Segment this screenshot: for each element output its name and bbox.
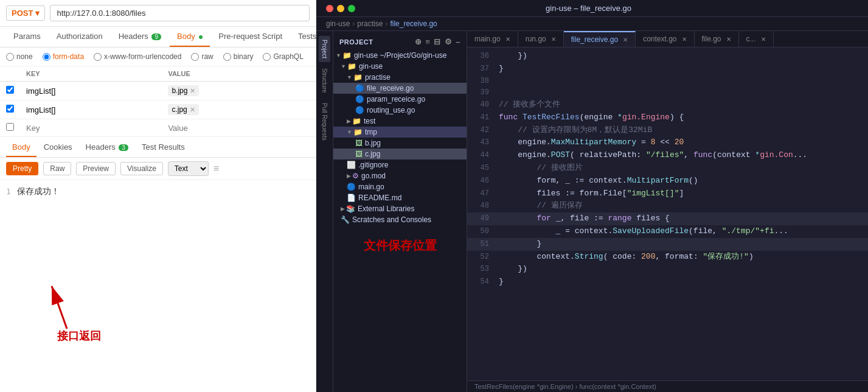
sidebar-tab-pullrequests[interactable]: Pull Requests — [319, 99, 330, 144]
tree-item-filereceive[interactable]: 🔵 file_receive.go — [333, 83, 467, 94]
radio-binary[interactable]: binary — [223, 52, 254, 61]
tab-headers[interactable]: Headers 9 — [111, 27, 168, 47]
tree-item-tmp[interactable]: ▼ 📁 tmp — [333, 127, 467, 138]
tree-item-test[interactable]: ▶ 📁 test — [333, 116, 467, 127]
tree-label-ginuse: gin-use — [359, 62, 383, 71]
ide-title: gin-use – file_receive.go — [546, 4, 631, 13]
radio-graphql[interactable]: GraphQL — [263, 52, 303, 61]
response-line-1: 保存成功！ — [17, 186, 60, 197]
code-line-41: 41 func TestRecFiles(engine *gin.Engine)… — [467, 111, 868, 124]
code-line-48: 48 // 遍历保存 — [467, 200, 868, 212]
close-rungo[interactable]: ✕ — [551, 36, 556, 43]
table-check-header — [0, 66, 20, 82]
row1-remove[interactable]: ✕ — [190, 87, 195, 95]
url-input[interactable] — [50, 5, 310, 21]
resp-btn-pretty[interactable]: Pretty — [6, 162, 38, 175]
breadcrumb-practise[interactable]: practise — [357, 19, 383, 28]
method-dropdown-icon: ▾ — [35, 9, 40, 18]
editor-tab-filego[interactable]: file.go ✕ — [695, 31, 739, 47]
tree-label-test: test — [364, 117, 375, 125]
annotation-left: 接口返回 — [49, 280, 109, 343]
tree-item-scratches[interactable]: 🔧 Scratches and Consoles — [333, 214, 467, 225]
tree-item-bjpg[interactable]: 🖼 b.jpg — [333, 138, 467, 149]
resp-tab-cookies[interactable]: Cookies — [38, 138, 78, 157]
tree-item-readme[interactable]: 📄 README.md — [333, 192, 467, 203]
tree-icon-localize[interactable]: ⊕ — [415, 37, 422, 46]
close-cmore[interactable]: ✕ — [761, 36, 766, 43]
tree-icon-close[interactable]: – — [456, 37, 460, 46]
close-filereceive[interactable]: ✕ — [623, 37, 628, 43]
tree-label-extlibs: External Libraries — [358, 205, 414, 213]
editor-tab-contextgo[interactable]: context.go ✕ — [636, 31, 694, 47]
tree-item-maingo[interactable]: 🔵 main.go — [333, 181, 467, 192]
ide-panel: gin-use – file_receive.go gin-use › prac… — [316, 0, 868, 392]
svg-line-1 — [52, 286, 67, 329]
radio-urlencoded[interactable]: x-www-form-urlencoded — [94, 52, 181, 61]
table-row: imgList[] b.jpg ✕ — [0, 82, 316, 100]
resp-btn-raw[interactable]: Raw — [43, 162, 71, 175]
editor-tabs: main.go ✕ run.go ✕ file_receive.go ✕ con… — [467, 31, 868, 47]
tree-item-paramreceice[interactable]: 🔵 param_receice.go — [333, 94, 467, 105]
tree-root[interactable]: ▼ 📁 gin-use ~/Project/Go/gin-use — [333, 50, 467, 61]
tree-icon-options[interactable]: ⊟ — [434, 37, 441, 46]
sidebar-tab-structure[interactable]: Structure — [319, 65, 330, 97]
editor-tab-cmore[interactable]: c... ✕ — [739, 31, 774, 47]
body-type-row: none form-data x-www-form-urlencoded raw… — [0, 47, 316, 66]
resp-btn-preview[interactable]: Preview — [76, 162, 116, 175]
close-button[interactable] — [326, 5, 333, 12]
tree-item-ginuse[interactable]: ▼ 📁 gin-use — [333, 61, 467, 72]
method-select[interactable]: POST ▾ — [6, 5, 45, 21]
format-select[interactable]: Text JSON HTML — [168, 161, 209, 176]
tree-icon-settings[interactable]: ⚙ — [445, 37, 453, 46]
resp-tab-testresults[interactable]: Test Results — [136, 138, 191, 157]
table-val-header: VALUE — [162, 66, 316, 82]
editor-tab-rungo[interactable]: run.go ✕ — [518, 31, 564, 47]
tab-tests[interactable]: Tests — [291, 27, 324, 47]
tree-label-filereceive: file_receive.go — [367, 84, 414, 93]
radio-raw[interactable]: raw — [191, 52, 213, 61]
tree-item-practise[interactable]: ▼ 📁 practise — [333, 72, 467, 83]
code-line-45: 45 // 接收图片 — [467, 162, 868, 175]
new-val-input[interactable] — [168, 124, 310, 133]
tab-body[interactable]: Body — [170, 27, 210, 47]
response-toolbar: Pretty Raw Preview Visualize Text JSON H… — [0, 158, 316, 180]
resp-tab-body[interactable]: Body — [6, 138, 36, 157]
radio-none[interactable]: none — [6, 52, 33, 61]
editor-tab-maingo[interactable]: main.go ✕ — [467, 31, 518, 47]
breadcrumb-file[interactable]: file_receive.go — [390, 19, 437, 28]
editor-tab-filereceive[interactable]: file_receive.go ✕ — [564, 31, 636, 47]
close-filego[interactable]: ✕ — [726, 36, 731, 43]
tab-params[interactable]: Params — [6, 27, 48, 47]
tree-item-gomod[interactable]: ▶ ⚙ go.mod — [333, 170, 467, 181]
headers-badge: 9 — [151, 33, 161, 40]
code-line-47: 47 files := form.File["imgList[]"] — [467, 187, 868, 200]
breadcrumb-ginuse[interactable]: gin-use — [326, 19, 350, 28]
radio-formdata[interactable]: form-data — [43, 52, 84, 61]
tree-label-paramreceice: param_receice.go — [367, 95, 425, 103]
tree-item-gitignore[interactable]: ⬜ .gitignore — [333, 159, 467, 170]
tree-item-extlibs[interactable]: ▶ 📚 External Libraries — [333, 203, 467, 214]
tree-icon-collapse[interactable]: ≡ — [425, 37, 430, 46]
tree-item-cjpg[interactable]: 🖼 c.jpg — [333, 149, 467, 159]
close-contextgo[interactable]: ✕ — [682, 36, 687, 43]
tab-authorization[interactable]: Authorization — [49, 27, 110, 47]
close-maingo[interactable]: ✕ — [505, 36, 510, 43]
row2-remove[interactable]: ✕ — [190, 106, 195, 114]
resp-tab-headers[interactable]: Headers 3 — [80, 138, 134, 157]
resp-btn-visualize[interactable]: Visualize — [120, 162, 163, 175]
row3-checkbox[interactable] — [6, 123, 14, 131]
tree-item-routinguse[interactable]: 🔵 routing_use.go — [333, 105, 467, 116]
row2-checkbox[interactable] — [6, 105, 14, 113]
maximize-button[interactable] — [348, 5, 355, 12]
status-bar: TestRecFiles(engine *gin.Engine) › func(… — [467, 380, 868, 392]
code-line-50: 50 _ = context.SaveUploadedFile(file, ".… — [467, 225, 868, 238]
row1-filename: b.jpg — [172, 86, 187, 95]
row2-key: imgList[] — [26, 105, 55, 114]
code-content: 36 }) 37 } 38 39 40 // 接收多个文件 — [467, 47, 868, 380]
ide-sidebar-tabs: Project Structure Pull Requests — [316, 31, 333, 392]
tree-label-practise: practise — [365, 73, 391, 82]
row1-checkbox[interactable] — [6, 86, 14, 94]
tab-prerequest[interactable]: Pre-request Script — [211, 27, 290, 47]
new-key-input[interactable] — [26, 124, 156, 133]
minimize-button[interactable] — [337, 5, 344, 12]
